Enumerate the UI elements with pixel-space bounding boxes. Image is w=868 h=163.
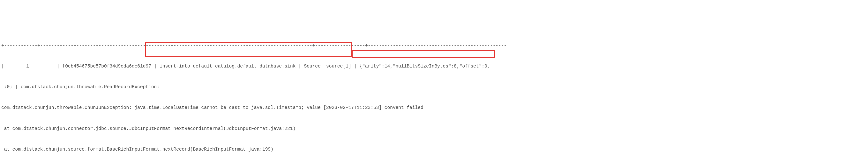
log-line: com.dtstack.chunjun.throwable.ChunJunExc… [1,105,867,112]
log-line: at com.dtstack.chunjun.connector.jdbc.so… [1,125,867,132]
log-output: +------------+------------+-------------… [1,28,867,163]
log-line: +------------+------------+-------------… [1,42,867,49]
annotation-box-value [352,50,495,58]
log-line: at com.dtstack.chunjun.source.format.Bas… [1,146,867,153]
log-line: | 1 | f0eb454675bc57b0f34d9cda6de61d97 |… [1,63,867,70]
log-line: :0} | com.dtstack.chunjun.throwable.Read… [1,84,867,91]
